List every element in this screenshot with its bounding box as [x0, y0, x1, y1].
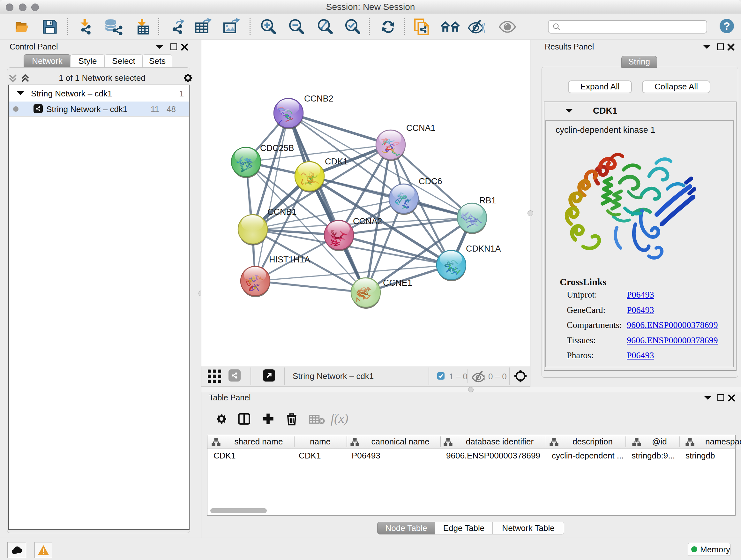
- svg-text:CCNA2: CCNA2: [353, 216, 382, 226]
- svg-text:RB1: RB1: [479, 196, 496, 205]
- svg-text:CCNB2: CCNB2: [304, 94, 333, 104]
- svg-text:CDK1: CDK1: [325, 157, 348, 166]
- svg-text:CDC25B: CDC25B: [260, 143, 294, 153]
- svg-text:HIST1H1A: HIST1H1A: [269, 255, 310, 264]
- svg-text:CCNB1: CCNB1: [267, 207, 297, 217]
- svg-text:CDC6: CDC6: [419, 177, 442, 186]
- svg-text:CCNA1: CCNA1: [406, 123, 435, 133]
- svg-text:CDKN1A: CDKN1A: [466, 244, 501, 253]
- svg-text:CCNE1: CCNE1: [383, 278, 412, 288]
